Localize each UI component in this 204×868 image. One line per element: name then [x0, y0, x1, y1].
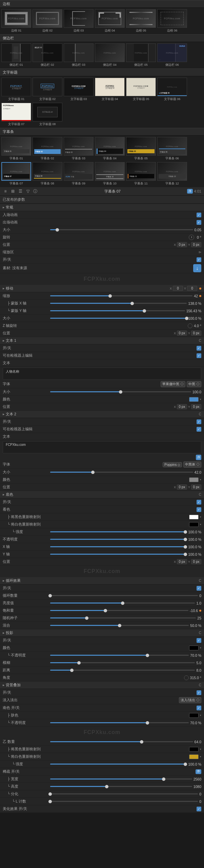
- y-value[interactable]: 0 px: [191, 242, 201, 247]
- list-item[interactable]: 字幕条 07 FCPXku.com 字幕条 07: [1, 162, 31, 186]
- thumb-tt-03[interactable]: FCPXKU.COM 文字标题 03 FCPXku.com: [64, 78, 94, 96]
- list-item[interactable]: ■ 文字标题 06 FCPXku.com 文字标题 06: [157, 78, 187, 101]
- z-rotate-dial[interactable]: [188, 323, 192, 328]
- thumb-sub-08[interactable]: 字幕条 08 FCPXku.com: [33, 162, 62, 181]
- list-item[interactable]: 字幕条 02 FCPXku.com 字幕条 02: [33, 137, 62, 161]
- bg-strength-slider[interactable]: [50, 531, 187, 532]
- list-item[interactable]: FCPXKY 文字标题 01 FCPXku.com 文字标题 01: [1, 78, 31, 101]
- group-general[interactable]: ▶ 常规: [0, 204, 204, 211]
- bgfill-l-count-slider[interactable]: [50, 801, 198, 802]
- text1-font-value[interactable]: 苹果儷中黑 ◇ 中黑 ◇: [50, 381, 201, 387]
- move-pos-y[interactable]: 0 px: [191, 331, 201, 336]
- thumb-tt-04[interactable]: FCPXKU 文字标题 04 FCPXku.com: [95, 78, 125, 96]
- bgfill-remap4-swatch[interactable]: [189, 754, 199, 759]
- text2-pos-y[interactable]: 0 px: [191, 485, 201, 490]
- mask-y-slider[interactable]: [50, 310, 185, 311]
- source-download-btn[interactable]: ↓: [193, 264, 201, 272]
- thumb-sub-06[interactable]: 字幕条 06 FCPXku.com: [157, 137, 187, 156]
- list-item[interactable]: FCPXKU 文字标题 02 FCPXku.com 文字标题 02: [33, 78, 62, 101]
- text2-toggle-checkbox[interactable]: ✓: [197, 419, 201, 424]
- group-text1[interactable]: ▶ 文本 1 C: [0, 337, 204, 344]
- text2-weight-dropdown[interactable]: 中黑体 ◇: [183, 461, 201, 468]
- thumb-sub-01[interactable]: 字幕条 01 FCPXku.com: [1, 137, 31, 156]
- thumb-sub-10[interactable]: 字幕条 10 FCPXku.com: [95, 162, 125, 181]
- scale-slider[interactable]: [50, 295, 192, 296]
- list-item[interactable]: PAPER ... FCPXku.com 侧边栏 06: [157, 43, 187, 67]
- list-item[interactable]: 字幕条 03 FCPXku.com 字幕条 03: [64, 137, 94, 161]
- thumb-sub-07[interactable]: 字幕条 07 FCPXku.com: [1, 162, 31, 181]
- list-item[interactable]: FCPXKU.COM 文字标题 03 FCPXku.com 文字标题 03: [64, 78, 94, 101]
- list-item[interactable]: 字幕条 10 FCPXku.com 字幕条 10: [95, 162, 125, 186]
- list-item[interactable]: FCPXku.com 边框 03: [64, 9, 94, 33]
- thumb-sidebar-04[interactable]: FCPXku.com: [95, 43, 125, 62]
- text1-inspector-checkbox[interactable]: ✓: [197, 353, 201, 358]
- text1-text-input[interactable]: 人物名称: [3, 368, 201, 380]
- thumb-border-05[interactable]: FCPXku.com: [126, 9, 156, 28]
- thumb-border-03[interactable]: FCPXku.com: [64, 9, 94, 28]
- bg-y-slider[interactable]: [50, 554, 187, 555]
- bgfill-color-arrow[interactable]: ▾: [200, 714, 201, 717]
- text1-font-dropdown[interactable]: 苹果儷中黑 ◇: [161, 381, 185, 387]
- text2-size-slider[interactable]: [50, 472, 193, 473]
- proj-depth-slider[interactable]: [50, 670, 195, 671]
- toggle-checkbox[interactable]: ✓: [197, 257, 201, 262]
- mask-x-slider[interactable]: [50, 303, 187, 304]
- list-item[interactable]: FCPXku.com 边框 04: [95, 9, 125, 33]
- bgfill-toggle-checkbox[interactable]: ✓: [197, 690, 201, 695]
- bg-opacity-slider[interactable]: [50, 539, 187, 540]
- bg-toggle-checkbox[interactable]: ✓: [197, 500, 201, 505]
- bg-pos-x[interactable]: 0 px: [177, 559, 187, 564]
- thumb-sidebar-06[interactable]: PAPER ... FCPXku.com: [157, 43, 187, 62]
- bg-look-checkbox[interactable]: ✓: [197, 507, 201, 512]
- thumb-sidebar-01[interactable]: FCPXku.com: [1, 43, 31, 62]
- bgfill-strength2-slider[interactable]: [50, 764, 187, 765]
- list-item[interactable]: FCPXKU 文字标题 04 FCPXku.com 文字标题 04: [95, 78, 125, 101]
- proj-blur-slider[interactable]: [50, 662, 195, 663]
- text2-inspector-checkbox[interactable]: ✓: [197, 427, 201, 432]
- bgfill-anim-toggle-checkbox[interactable]: ✓: [197, 807, 201, 811]
- proj-opacity-slider[interactable]: [50, 655, 189, 656]
- loop-seed-slider[interactable]: [50, 617, 196, 618]
- thumb-tt-02[interactable]: FCPXKU 文字标题 02 FCPXku.com: [33, 78, 62, 96]
- list-item[interactable]: 文字标题 08 FCPXku.com 文字标题 08: [33, 103, 62, 126]
- text1-color-arrow[interactable]: ▾: [200, 398, 201, 401]
- bg-pos-y[interactable]: 0 px: [191, 559, 201, 564]
- bgfill-depth2-slider[interactable]: [50, 793, 198, 794]
- layers-icon[interactable]: ≡: [3, 189, 8, 194]
- bg-remap2-arrow[interactable]: ▾: [200, 523, 201, 526]
- list-item[interactable]: 侧边栏 02 FCPXku.com 侧边栏 02: [33, 43, 62, 67]
- thumb-tt-07[interactable]: FCPXNews 文字标题 07: [1, 103, 31, 121]
- proj-color-arrow[interactable]: ▾: [200, 647, 201, 649]
- text1-color-swatch[interactable]: [189, 397, 199, 402]
- thumb-tt-06[interactable]: ■ 文字标题 06 FCPXku.com: [157, 78, 187, 96]
- list-item[interactable]: 字幕条 04 FCPXku.com 字幕条 04: [95, 137, 125, 161]
- list-item[interactable]: 字幕条 12 FCPXku.com 字幕条 12: [157, 162, 187, 186]
- thumb-sub-05[interactable]: 字幕条 05 FCPXku.com: [126, 137, 156, 156]
- proj-color-swatch[interactable]: [189, 646, 199, 650]
- bg-remap2-swatch[interactable]: [189, 522, 199, 527]
- list-item[interactable]: FCPXku.com 侧边栏 05: [126, 43, 156, 67]
- thumb-sidebar-02[interactable]: 侧边栏 02 FCPXku.com: [33, 43, 62, 62]
- list-item[interactable]: FCPXku.com 边框 05: [126, 9, 156, 33]
- group-loop[interactable]: ▶ 循环效果 C: [0, 577, 204, 585]
- thumb-sub-02[interactable]: 字幕条 02 FCPXku.com: [33, 137, 62, 156]
- move-y-val[interactable]: 0: [187, 286, 197, 291]
- text1-pos-x[interactable]: 0 px: [177, 404, 187, 409]
- size-slider[interactable]: [50, 229, 193, 230]
- bgfill-count-slider[interactable]: [50, 741, 193, 742]
- bgfill-opacity-slider[interactable]: [50, 722, 189, 723]
- list-item[interactable]: FCPXku.com 边框 06: [157, 9, 187, 33]
- info-icon[interactable]: ⓘ: [33, 189, 38, 194]
- text2-font-value[interactable]: Poppins ◇ 中黑体 ◇: [50, 461, 201, 468]
- move-size-slider[interactable]: [50, 318, 187, 319]
- grid-icon[interactable]: ⊞: [10, 189, 16, 194]
- thumb-sidebar-03[interactable]: FCPXku.com: [64, 43, 94, 62]
- list-item[interactable]: FCPXku.com 侧边栏 01: [1, 43, 31, 67]
- list-item[interactable]: FCPXKU.COM 文字标题 05 FCPXku.com 文字标题 05: [126, 78, 156, 101]
- text1-pos-y[interactable]: 0 px: [191, 404, 201, 409]
- bgfill-remap3-swatch[interactable]: [189, 747, 199, 752]
- list-item[interactable]: FCPX 字幕 FCPXku.com 字幕条 09: [64, 162, 94, 186]
- rotate-dial[interactable]: [189, 235, 194, 240]
- bgfill-remap3-arrow[interactable]: ▾: [200, 748, 201, 751]
- loop-brightness-slider[interactable]: [50, 603, 195, 604]
